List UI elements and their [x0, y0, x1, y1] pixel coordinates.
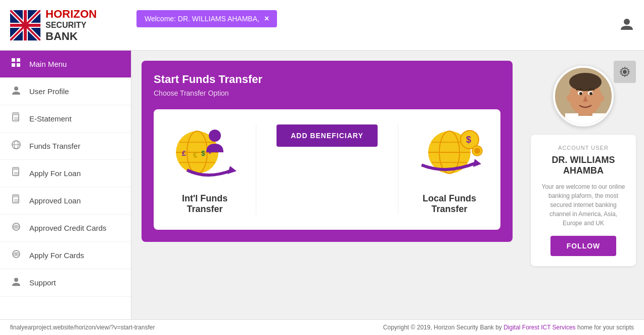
- svg-marker-53: [473, 159, 481, 167]
- user-silhouette-icon: [620, 17, 634, 31]
- add-beneficiary-button[interactable]: ADD BENEFICIARY: [277, 124, 378, 147]
- sidebar-label-approved-loan: Approved Loan: [29, 196, 81, 205]
- sidebar-item-funds-transfer[interactable]: Funds Transfer: [0, 133, 131, 160]
- transfer-card-subtitle: Choose Transfer Option: [154, 89, 500, 97]
- svg-point-9: [624, 19, 630, 25]
- transfer-card-title: Start Funds Transfer: [154, 73, 500, 86]
- footer-copyright: Copyright © 2019, Horizon Security Bank …: [383, 324, 634, 331]
- sidebar-item-e-statement[interactable]: E-Statement: [0, 105, 131, 133]
- logo-line3: BANK: [45, 30, 97, 43]
- sidebar-label-approved-credit-cards: Approved Credit Cards: [29, 224, 107, 232]
- svg-point-36: [14, 278, 18, 282]
- apply-loan-icon: [10, 167, 22, 180]
- local-transfer-icon: $: [411, 124, 487, 185]
- svg-point-58: [623, 70, 627, 74]
- beneficiary-col: ADD BENEFICIARY: [266, 124, 388, 147]
- svg-point-68: [567, 95, 572, 102]
- footer: finalyearproject.website/horizon/view/?v…: [0, 319, 644, 335]
- sidebar-item-approved-credit-cards[interactable]: Approved Credit Cards: [0, 215, 131, 242]
- sidebar-item-apply-cards[interactable]: Apply For Cards: [0, 242, 131, 269]
- intl-transfer-option[interactable]: £ € $ ¥ Int'l Funds Transfer: [164, 124, 246, 215]
- svg-marker-42: [227, 166, 237, 174]
- svg-point-57: [474, 148, 480, 154]
- svg-point-69: [599, 95, 604, 102]
- sidebar: Main Menu User Profile E-S: [0, 51, 131, 319]
- approved-credit-cards-icon: [10, 222, 22, 234]
- approved-doc-icon: [11, 194, 21, 204]
- sidebar-label-support: Support: [29, 278, 56, 287]
- svg-text:$: $: [201, 149, 205, 157]
- footer-link[interactable]: Digital Forest ICT Services: [503, 324, 575, 331]
- svg-text:¥: ¥: [208, 148, 212, 155]
- account-user-name: DR. WILLIAMS AHAMBA: [539, 155, 628, 176]
- account-description: Your are welcome to our online banking p…: [539, 182, 628, 228]
- sidebar-label-user-profile: User Profile: [29, 87, 69, 96]
- follow-button[interactable]: FOLLOW: [550, 236, 617, 256]
- sidebar-item-approved-loan[interactable]: Approved Loan: [0, 187, 131, 215]
- svg-text:€: €: [193, 151, 198, 159]
- user-profile-icon: [10, 85, 22, 98]
- credit-card-icon: [11, 222, 21, 232]
- main-menu-icon: [10, 58, 22, 70]
- logo-line2: SECURITY: [45, 21, 97, 30]
- local-transfer-label: Local Funds Transfer: [408, 193, 490, 215]
- transfer-card: Start Funds Transfer Choose Transfer Opt…: [142, 61, 513, 242]
- footer-url: finalyearproject.website/horizon/view/?v…: [10, 324, 155, 331]
- local-transfer-option[interactable]: $ Local Funds Transfer: [408, 124, 490, 215]
- svg-point-32: [15, 225, 19, 229]
- sidebar-item-user-profile[interactable]: User Profile: [0, 78, 131, 105]
- sidebar-label-e-statement: E-Statement: [29, 114, 71, 123]
- sidebar-label-apply-cards: Apply For Cards: [29, 251, 84, 260]
- svg-text:£: £: [182, 149, 186, 157]
- transfer-options-panel: £ € $ ¥ Int'l Funds Transfer ADD BENEFIC…: [154, 109, 500, 230]
- svg-rect-16: [13, 113, 19, 115]
- sidebar-item-support[interactable]: Support: [0, 269, 131, 297]
- user-account-icon[interactable]: [620, 17, 634, 34]
- svg-point-35: [15, 252, 19, 256]
- gear-icon: [619, 66, 630, 77]
- logo-text: HORIZON SECURITY BANK: [45, 8, 97, 43]
- svg-point-66: [579, 92, 582, 95]
- funds-transfer-icon: [10, 140, 22, 152]
- top-bar: HORIZON SECURITY BANK Welcome: DR. WILLI…: [0, 0, 644, 51]
- globe-icon: [11, 140, 21, 150]
- grid-icon: [11, 58, 21, 68]
- svg-rect-11: [17, 58, 20, 62]
- svg-rect-10: [12, 58, 15, 62]
- logo-line1: HORIZON: [45, 8, 97, 21]
- user-icon: [11, 85, 21, 95]
- support-person-icon: [11, 276, 21, 286]
- apply-cards-icon: [10, 249, 22, 262]
- sidebar-item-apply-loan[interactable]: Apply For Loan: [0, 160, 131, 187]
- main-layout: Main Menu User Profile E-S: [0, 51, 644, 319]
- welcome-close-button[interactable]: ×: [264, 14, 269, 23]
- transfer-divider2: [398, 124, 398, 215]
- svg-rect-13: [17, 63, 20, 67]
- svg-rect-12: [12, 63, 15, 67]
- loan-document-icon: [11, 167, 21, 177]
- svg-rect-27: [13, 195, 19, 197]
- intl-transfer-label: Int'l Funds Transfer: [164, 193, 246, 215]
- logo-flag-icon: [10, 10, 40, 40]
- gear-settings-button[interactable]: [614, 61, 636, 83]
- sidebar-label-funds-transfer: Funds Transfer: [29, 142, 80, 150]
- e-statement-icon: [10, 112, 22, 125]
- svg-point-43: [209, 130, 221, 142]
- approved-loan-icon: [10, 194, 22, 207]
- user-info-card: ACCOUNT USER DR. WILLIAMS AHAMBA Your ar…: [531, 135, 636, 266]
- svg-point-63: [569, 73, 602, 91]
- welcome-text: Welcome: DR. WILLIAMS AHAMBA,: [145, 15, 259, 23]
- intl-transfer-icon: £ € $ ¥: [167, 124, 243, 185]
- logo-area: HORIZON SECURITY BANK: [10, 8, 97, 43]
- cards-icon: [11, 249, 21, 259]
- user-avatar: [553, 66, 614, 127]
- right-panel: ACCOUNT USER DR. WILLIAMS AHAMBA Your ar…: [523, 51, 644, 319]
- sidebar-item-main-menu[interactable]: Main Menu: [0, 51, 131, 78]
- support-icon: [10, 276, 22, 289]
- svg-rect-23: [13, 167, 19, 170]
- svg-text:$: $: [466, 135, 471, 145]
- welcome-banner: Welcome: DR. WILLIAMS AHAMBA, ×: [136, 10, 277, 27]
- account-user-label: ACCOUNT USER: [539, 145, 628, 151]
- avatar-image: [555, 68, 614, 127]
- sidebar-label-apply-loan: Apply For Loan: [29, 169, 81, 178]
